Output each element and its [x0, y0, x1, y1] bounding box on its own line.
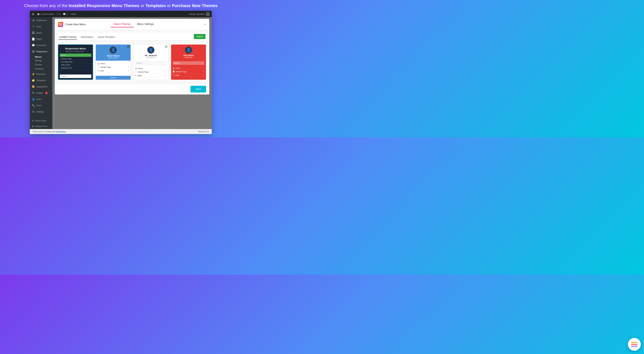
card3-avatar: 👤	[147, 46, 154, 53]
sidebar-label-appearance: Appearance	[36, 85, 48, 88]
sidebar-label-responsive: Responsive	[36, 50, 47, 53]
sub-tabs-left: Installed Themes Marketplace Saved Templ…	[58, 35, 116, 39]
settings-icon: ⚙	[32, 110, 35, 113]
theme-card-3[interactable]: × 👤 Mr. Jackson @mrjackson Search 🏠	[133, 44, 168, 80]
card1-title: Responsive Menu	[60, 47, 91, 50]
footer-wordpress-link[interactable]: WordPress	[56, 130, 66, 133]
sidebar-item-pages[interactable]: 📄 Pages	[30, 36, 52, 42]
login-icon3: G	[135, 74, 136, 76]
sidebar-item-appearance[interactable]: 🎨 Appearance	[30, 83, 52, 90]
pages-icon: 📄	[32, 37, 35, 40]
comments-icon: 💬	[32, 44, 35, 47]
card1-menu-item-3: Hello world!	[60, 63, 91, 66]
expand-icon: ∧	[128, 66, 129, 68]
card3-menu-item-sample: 📄 Sample Page ∧	[135, 70, 167, 74]
appearance-icon: 🎨	[32, 85, 35, 88]
tab-select-themes[interactable]: Select Themes	[110, 21, 134, 27]
card3-close[interactable]: ×	[165, 45, 168, 48]
tab-menu-settings[interactable]: Menu Settings	[134, 21, 157, 27]
expand-icon5: ∧	[203, 70, 204, 72]
card2-close[interactable]: ×	[127, 45, 130, 48]
sub-tabs-bar: Installed Themes Marketplace Saved Templ…	[58, 33, 206, 40]
sidebar-item-media[interactable]: 🖼 Media	[30, 30, 52, 36]
wp-topbar: ⊞ 🏠 sj.expresstech 🗨 1 💬 0 + New Howdy, …	[30, 11, 212, 17]
headline-part3: Purchase New Themes	[172, 3, 218, 8]
sidebar-sub-settings[interactable]: Settings	[30, 58, 52, 63]
topbar-site[interactable]: 🏠 sj.expresstech	[37, 13, 54, 15]
plugins-icon: 🔌	[32, 91, 35, 94]
sidebar-theme-panel[interactable]: ⚙ Theme Panel	[30, 118, 52, 124]
topbar-comments[interactable]: 🗨 1	[56, 13, 60, 15]
svg-rect-0	[59, 23, 62, 24]
sidebar-item-templates[interactable]: 📁 Templates	[30, 77, 52, 83]
login-icon4: G	[173, 74, 174, 76]
page-icon4: 📄	[173, 71, 175, 72]
sidebar-item-settings[interactable]: ⚙ Settings	[30, 109, 52, 115]
sidebar-sub-roadmap[interactable]: Roadmap	[30, 67, 52, 71]
card4-search: Search	[173, 61, 204, 65]
wp-logo-icon: ⊞	[32, 12, 34, 16]
card4-menu-item-home: 🏠 Home	[173, 66, 204, 70]
sub-tab-saved[interactable]: Saved Templates	[97, 35, 116, 39]
topbar-site-name: sj.expresstech	[40, 13, 54, 15]
next-button[interactable]: Next	[190, 86, 206, 92]
modal-footer: Next	[55, 84, 209, 94]
card1-menu: Home Sample Page Uncategorized Hello wor…	[58, 53, 92, 73]
sidebar-label-tools: Tools	[36, 104, 41, 107]
sidebar-sub-themes[interactable]: Themes	[30, 63, 52, 67]
sidebar-item-comments[interactable]: 💬 Comments	[30, 42, 52, 48]
card4-menu-item-login: G Login ∧	[173, 73, 204, 77]
page-icon3: 📄	[135, 71, 137, 73]
sidebar-item-users[interactable]: 👤 Users	[30, 96, 52, 102]
home-icon: 🏠	[98, 63, 99, 64]
theme-card-2[interactable]: × 👤 Alexa Seleno @alexaseleno 🏠 Ho	[96, 44, 131, 80]
sidebar-item-dashboard[interactable]: ⊞ Dashboard	[30, 17, 52, 23]
topbar-new[interactable]: + New	[70, 13, 76, 15]
sidebar-item-elementor[interactable]: ⚡ Elementor	[30, 71, 52, 77]
card4-username: @olebone	[173, 57, 204, 58]
users-icon: 👤	[32, 98, 35, 101]
card1-active-item: Home	[60, 53, 91, 57]
card2-menu-item-login: G Login ∧	[98, 69, 129, 72]
expand-icon3: ∧	[165, 71, 167, 73]
topbar-revisions[interactable]: 💬 0	[63, 13, 67, 15]
theme-card-1[interactable]: Responsive Menu Add more content here...…	[58, 44, 93, 80]
page-icon: 📄	[98, 66, 99, 68]
card3-name: Mr. Jackson	[136, 54, 166, 57]
card3-body: 🏠 Home 📄 Sample Page ∧	[134, 66, 168, 80]
elementor-icon: ⚡	[32, 72, 35, 76]
card3-username: @mrjackson	[136, 57, 166, 58]
wp-content: Screen Options ▼ Responsive Menu Create …	[52, 17, 212, 129]
card4-name: Oleo Bone	[173, 54, 204, 57]
posts-icon: ✎	[32, 25, 35, 28]
modal-body: Installed Themes Marketplace Saved Templ…	[55, 30, 209, 84]
modal-title: Create New Menu	[65, 23, 86, 26]
footer-text: Thank you for creating with WordPress.	[32, 130, 66, 133]
dashboard-icon: ⊞	[32, 19, 35, 22]
svg-rect-2	[59, 25, 62, 25]
card2-username: @alexaseleno	[98, 57, 129, 59]
home-icon3: 🏠	[135, 68, 137, 69]
responsive-icon: ☰	[32, 50, 35, 53]
sidebar-item-posts[interactable]: ✎ Posts	[30, 23, 52, 30]
sub-tab-installed[interactable]: Installed Themes	[58, 35, 77, 39]
sub-tab-marketplace[interactable]: Marketplace	[80, 35, 94, 39]
expand-icon2: ∧	[128, 69, 129, 72]
sidebar-label-media: Media	[36, 32, 42, 34]
home-icon4: 🏠	[173, 67, 175, 69]
headline-prefix: Choose from any of the	[24, 3, 68, 8]
import-button[interactable]: Import	[194, 34, 206, 39]
sidebar-item-tools[interactable]: 🔧 Tools	[30, 102, 52, 109]
footer-version: Version 5.6.2	[198, 130, 209, 133]
headline: Choose from any of the Installed Respons…	[3, 3, 238, 8]
close-icon: ×	[204, 22, 206, 26]
sidebar-item-plugins[interactable]: 🔌 Plugins 1	[30, 90, 52, 96]
card4-avatar: 👤	[185, 46, 192, 53]
sidebar-item-responsive[interactable]: ☰ Responsive	[30, 48, 52, 55]
theme-card-4[interactable]: 👤 Oleo Bone @olebone Search 🏠 Home	[171, 44, 206, 80]
sidebar-sub-menus[interactable]: Menus	[30, 55, 52, 58]
card2-name: Alexa Seleno	[98, 54, 129, 57]
media-icon: 🖼	[32, 31, 35, 34]
modal-close-button[interactable]: ×	[204, 22, 206, 26]
sidebar-collapse[interactable]: ◀ Collapse menu	[30, 124, 52, 129]
